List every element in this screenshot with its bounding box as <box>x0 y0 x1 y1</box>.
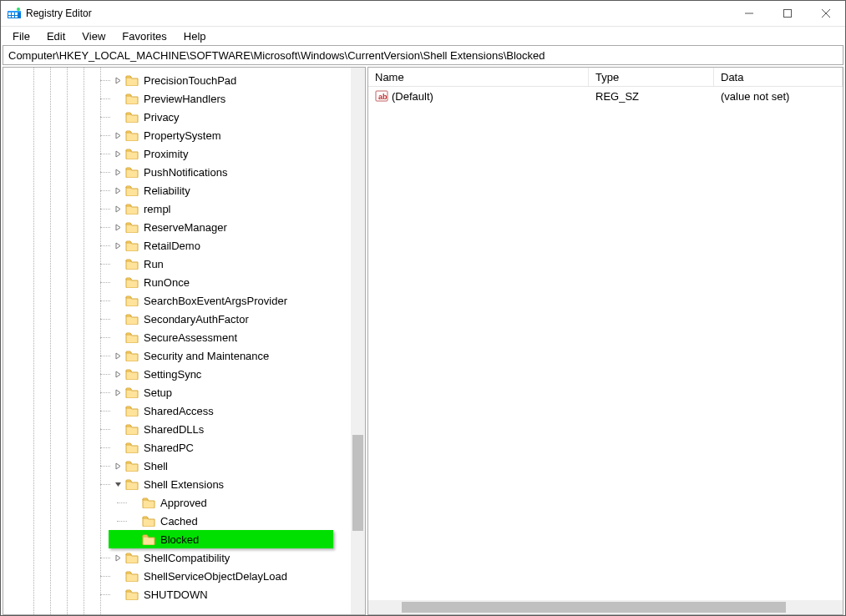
tree-item[interactable]: SharedPC <box>3 438 365 457</box>
tree-item-label: rempl <box>142 202 173 216</box>
menu-view[interactable]: View <box>73 28 114 44</box>
list-horizontal-scrollbar[interactable] <box>368 600 828 614</box>
tree-item-label: Cached <box>159 514 200 528</box>
address-bar[interactable]: Computer\HKEY_LOCAL_MACHINE\SOFTWARE\Mic… <box>3 45 843 65</box>
expand-icon[interactable] <box>112 77 124 84</box>
tree-item-label: PushNotifications <box>142 165 229 179</box>
tree-item[interactable]: SettingSync <box>3 365 365 383</box>
scrollbar-thumb[interactable] <box>402 602 786 613</box>
tree-item-label: Proximity <box>142 147 190 161</box>
svg-rect-3 <box>12 13 14 15</box>
tree-item-label: SecondaryAuthFactor <box>142 312 251 326</box>
tree-item-label: Security and Maintenance <box>142 349 271 363</box>
tree-item[interactable]: SecondaryAuthFactor <box>3 310 365 328</box>
column-header-name[interactable]: Name <box>368 68 589 86</box>
tree-item[interactable]: RetailDemo <box>3 236 365 255</box>
tree-item[interactable]: Cached <box>3 512 365 530</box>
tree-item[interactable]: Proximity <box>3 144 365 163</box>
tree-item[interactable]: Reliability <box>3 181 365 199</box>
svg-rect-5 <box>8 16 11 18</box>
tree-item[interactable]: SHUTDOWN <box>3 585 365 603</box>
tree-item[interactable]: Shell Extensions <box>3 475 365 493</box>
menu-file[interactable]: File <box>4 28 38 44</box>
tree-item-label: SettingSync <box>142 367 203 381</box>
tree-item[interactable]: Security and Maintenance <box>3 346 365 365</box>
expand-icon[interactable] <box>112 150 124 158</box>
expand-icon[interactable] <box>112 462 124 470</box>
tree-item[interactable]: PushNotifications <box>3 163 365 181</box>
scrollbar-corner <box>828 600 843 614</box>
menu-favorites[interactable]: Favorites <box>114 28 175 44</box>
scrollbar-thumb[interactable] <box>352 435 363 531</box>
expand-icon[interactable] <box>112 187 124 194</box>
expand-icon[interactable] <box>112 132 124 139</box>
menu-bar: File Edit View Favorites Help <box>1 27 845 45</box>
tree-item-label: ShellCompatibility <box>142 551 231 565</box>
value-data: (value not set) <box>721 90 789 103</box>
tree-item-label: ShellServiceObjectDelayLoad <box>142 569 289 583</box>
tree-item-label: SHUTDOWN <box>142 588 210 602</box>
tree-item-label: PrecisionTouchPad <box>142 73 238 88</box>
tree-panel: PrecisionTouchPadPreviewHandlersPrivacyP… <box>3 67 366 615</box>
tree-item[interactable]: PreviewHandlers <box>3 89 365 108</box>
tree-item[interactable]: PropertySystem <box>3 126 365 144</box>
close-button[interactable] <box>807 1 845 26</box>
main-split: PrecisionTouchPadPreviewHandlersPrivacyP… <box>1 67 845 615</box>
tree-item[interactable]: ShellCompatibility <box>3 548 365 567</box>
tree-item[interactable]: Privacy <box>3 108 365 126</box>
tree-item-label: SharedAccess <box>142 404 215 418</box>
tree-vertical-scrollbar[interactable] <box>351 68 365 614</box>
svg-rect-1 <box>8 11 21 13</box>
tree-item[interactable]: ReserveManager <box>3 218 365 236</box>
svg-point-8 <box>17 8 20 11</box>
tree-item[interactable]: SharedAccess <box>3 401 365 420</box>
tree-item-label: PreviewHandlers <box>142 92 227 106</box>
tree-item-label: PropertySystem <box>142 129 222 143</box>
tree-item-label: Reliability <box>142 184 192 198</box>
maximize-button[interactable] <box>768 1 807 26</box>
tree-item[interactable]: Blocked <box>109 530 333 548</box>
column-header-data[interactable]: Data <box>714 68 843 86</box>
column-header-type[interactable]: Type <box>589 68 714 86</box>
svg-rect-4 <box>15 13 18 15</box>
tree-item[interactable]: Run <box>3 255 365 273</box>
tree-item-label: Setup <box>142 386 174 400</box>
tree-item-label: Shell Extensions <box>142 477 225 492</box>
collapse-icon[interactable] <box>112 481 124 488</box>
expand-icon[interactable] <box>112 169 124 176</box>
tree-item-label: SharedDLLs <box>142 422 205 437</box>
title-bar[interactable]: Registry Editor <box>1 1 845 27</box>
value-type: REG_SZ <box>595 90 639 103</box>
expand-icon[interactable] <box>112 371 124 378</box>
tree-item[interactable]: SecureAssessment <box>3 328 365 346</box>
expand-icon[interactable] <box>112 224 124 231</box>
tree-item[interactable]: SharedDLLs <box>3 420 365 438</box>
tree-item[interactable]: Approved <box>3 493 365 512</box>
tree-item[interactable]: Setup <box>3 383 365 401</box>
expand-icon[interactable] <box>112 352 124 360</box>
svg-rect-7 <box>15 16 18 18</box>
svg-text:ab: ab <box>378 93 388 101</box>
tree-item-label: Approved <box>159 496 209 510</box>
app-icon <box>8 7 21 20</box>
tree-item[interactable]: Shell <box>3 457 365 475</box>
list-row[interactable]: ab (Default) REG_SZ (value not set) <box>368 87 843 105</box>
tree-item[interactable]: RunOnce <box>3 273 365 291</box>
value-name: (Default) <box>392 90 433 103</box>
tree-item[interactable]: SearchBoxEventArgsProvider <box>3 291 365 310</box>
expand-icon[interactable] <box>112 205 124 213</box>
tree-item[interactable]: rempl <box>3 199 365 218</box>
list-body[interactable]: ab (Default) REG_SZ (value not set) <box>368 87 843 614</box>
tree-item[interactable]: PrecisionTouchPad <box>3 71 365 89</box>
menu-edit[interactable]: Edit <box>38 28 73 44</box>
tree-item-label: RunOnce <box>142 275 191 290</box>
expand-icon[interactable] <box>112 242 124 250</box>
expand-icon[interactable] <box>112 389 124 396</box>
expand-icon[interactable] <box>112 554 124 562</box>
tree-item-label: Blocked <box>159 533 200 547</box>
tree-item[interactable]: ShellServiceObjectDelayLoad <box>3 567 365 585</box>
menu-help[interactable]: Help <box>175 28 215 44</box>
tree-view[interactable]: PrecisionTouchPadPreviewHandlersPrivacyP… <box>3 68 365 614</box>
tree-item-label: Run <box>142 257 165 271</box>
minimize-button[interactable] <box>730 1 768 26</box>
